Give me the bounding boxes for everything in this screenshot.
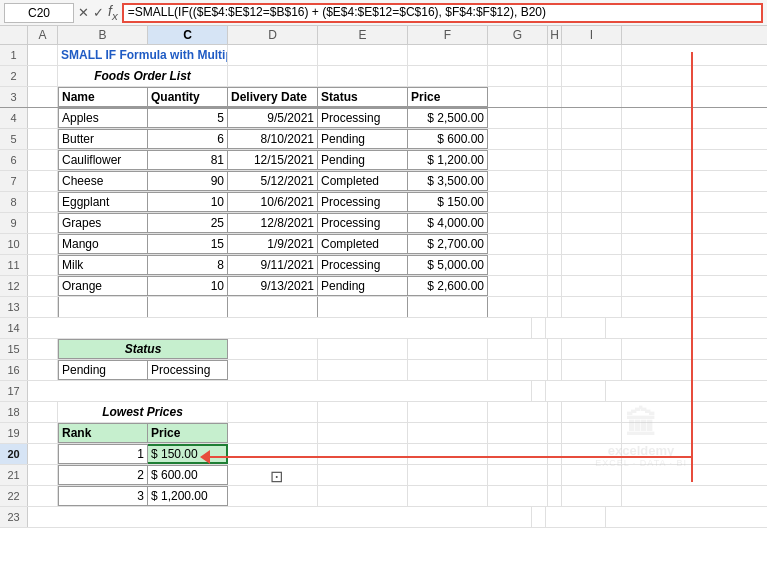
cell-D4[interactable]: 9/5/2021 xyxy=(228,108,318,128)
status-label[interactable]: Status xyxy=(58,339,228,359)
price-3[interactable]: $ 1,200.00 xyxy=(148,486,228,506)
cell-D3-header[interactable]: Delivery Date xyxy=(228,87,318,107)
cell-C5[interactable]: 6 xyxy=(148,129,228,149)
cell-B5[interactable]: Butter xyxy=(58,129,148,149)
confirm-icon[interactable]: ✓ xyxy=(93,5,104,20)
col-header-B[interactable]: B xyxy=(58,26,148,44)
cell-E7[interactable]: Completed xyxy=(318,171,408,191)
cell-B10[interactable]: Mango xyxy=(58,234,148,254)
cell-I2[interactable] xyxy=(562,66,622,86)
cell-B9[interactable]: Grapes xyxy=(58,213,148,233)
row-num-7: 7 xyxy=(0,171,28,191)
scroll-indicator[interactable]: ⊡ xyxy=(270,467,283,486)
cell-E12[interactable]: Pending xyxy=(318,276,408,296)
cell-A3[interactable] xyxy=(28,87,58,107)
cell-E1[interactable] xyxy=(318,45,408,65)
cell-E2[interactable] xyxy=(318,66,408,86)
cell-H3[interactable] xyxy=(548,87,562,107)
cell-D7[interactable]: 5/12/2021 xyxy=(228,171,318,191)
cell-B8[interactable]: Eggplant xyxy=(58,192,148,212)
cell-E3-header[interactable]: Status xyxy=(318,87,408,107)
cell-B3-header[interactable]: Name xyxy=(58,87,148,107)
col-header-G[interactable]: G xyxy=(488,26,548,44)
lowest-prices-label[interactable]: Lowest Prices xyxy=(58,402,228,422)
cell-I1[interactable] xyxy=(562,45,622,65)
cell-A2[interactable] xyxy=(28,66,58,86)
rank-1[interactable]: 1 xyxy=(58,444,148,464)
price-header[interactable]: Price xyxy=(148,423,228,443)
cell-G3[interactable] xyxy=(488,87,548,107)
cell-C10[interactable]: 15 xyxy=(148,234,228,254)
cell-F12[interactable]: $ 2,600.00 xyxy=(408,276,488,296)
cell-E8[interactable]: Processing xyxy=(318,192,408,212)
cell-E6[interactable]: Pending xyxy=(318,150,408,170)
status-processing[interactable]: Processing xyxy=(148,360,228,380)
cell-F2[interactable] xyxy=(408,66,488,86)
cell-F5[interactable]: $ 600.00 xyxy=(408,129,488,149)
col-header-H[interactable]: H xyxy=(548,26,562,44)
cell-H1[interactable] xyxy=(548,45,562,65)
cell-F1[interactable] xyxy=(408,45,488,65)
col-header-I[interactable]: I xyxy=(562,26,622,44)
cell-E10[interactable]: Completed xyxy=(318,234,408,254)
rank-3[interactable]: 3 xyxy=(58,486,148,506)
cell-F4[interactable]: $ 2,500.00 xyxy=(408,108,488,128)
cell-D10[interactable]: 1/9/2021 xyxy=(228,234,318,254)
cell-reference[interactable]: C20 xyxy=(4,3,74,23)
cell-D8[interactable]: 10/6/2021 xyxy=(228,192,318,212)
cell-C11[interactable]: 8 xyxy=(148,255,228,275)
cell-B2[interactable]: Foods Order List xyxy=(58,66,228,86)
cell-D9[interactable]: 12/8/2021 xyxy=(228,213,318,233)
cell-E5[interactable]: Pending xyxy=(318,129,408,149)
cell-D5[interactable]: 8/10/2021 xyxy=(228,129,318,149)
cell-B6[interactable]: Cauliflower xyxy=(58,150,148,170)
cell-B12[interactable]: Orange xyxy=(58,276,148,296)
cell-D12[interactable]: 9/13/2021 xyxy=(228,276,318,296)
cell-B4[interactable]: Apples xyxy=(58,108,148,128)
cell-B7[interactable]: Cheese xyxy=(58,171,148,191)
price-2[interactable]: $ 600.00 xyxy=(148,465,228,485)
cell-F6[interactable]: $ 1,200.00 xyxy=(408,150,488,170)
cell-C8[interactable]: 10 xyxy=(148,192,228,212)
col-header-F[interactable]: F xyxy=(408,26,488,44)
row-num-17: 17 xyxy=(0,381,28,401)
cell-F7[interactable]: $ 3,500.00 xyxy=(408,171,488,191)
col-header-C[interactable]: C xyxy=(148,26,228,44)
rank-2[interactable]: 2 xyxy=(58,465,148,485)
formula-input[interactable]: =SMALL(IF(($E$4:$E$12=$B$16) + ($E$4:$E$… xyxy=(122,3,763,23)
insert-function-icon[interactable]: fx xyxy=(108,3,118,22)
cell-B1[interactable]: SMALL IF Formula with Multiple OR Criter… xyxy=(58,45,228,65)
cell-B11[interactable]: Milk xyxy=(58,255,148,275)
cell-C3-header[interactable]: Quantity xyxy=(148,87,228,107)
cell-F8[interactable]: $ 150.00 xyxy=(408,192,488,212)
cell-G2[interactable] xyxy=(488,66,548,86)
row-num-8: 8 xyxy=(0,192,28,212)
cell-I3[interactable] xyxy=(562,87,622,107)
col-header-D[interactable]: D xyxy=(228,26,318,44)
cell-F10[interactable]: $ 2,700.00 xyxy=(408,234,488,254)
col-header-E[interactable]: E xyxy=(318,26,408,44)
cell-D1[interactable] xyxy=(228,45,318,65)
cell-E9[interactable]: Processing xyxy=(318,213,408,233)
cell-D6[interactable]: 12/15/2021 xyxy=(228,150,318,170)
status-pending[interactable]: Pending xyxy=(58,360,148,380)
cell-A1[interactable] xyxy=(28,45,58,65)
cell-C9[interactable]: 25 xyxy=(148,213,228,233)
cell-E4[interactable]: Processing xyxy=(318,108,408,128)
cell-G1[interactable] xyxy=(488,45,548,65)
cell-C7[interactable]: 90 xyxy=(148,171,228,191)
cell-C6[interactable]: 81 xyxy=(148,150,228,170)
cell-F9[interactable]: $ 4,000.00 xyxy=(408,213,488,233)
cell-F11[interactable]: $ 5,000.00 xyxy=(408,255,488,275)
cancel-icon[interactable]: ✕ xyxy=(78,5,89,20)
cell-F3-header[interactable]: Price xyxy=(408,87,488,107)
col-header-A[interactable]: A xyxy=(28,26,58,44)
cell-C4[interactable]: 5 xyxy=(148,108,228,128)
cell-D2[interactable] xyxy=(228,66,318,86)
cell-H2[interactable] xyxy=(548,66,562,86)
rank-header[interactable]: Rank xyxy=(58,423,148,443)
cell-C12[interactable]: 10 xyxy=(148,276,228,296)
cell-E11[interactable]: Processing xyxy=(318,255,408,275)
cell-D11[interactable]: 9/11/2021 xyxy=(228,255,318,275)
price-1[interactable]: $ 150.00 xyxy=(148,444,228,464)
